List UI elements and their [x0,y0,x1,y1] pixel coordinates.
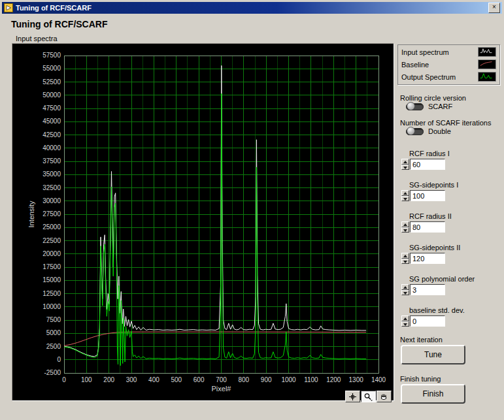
legend-label: Baseline [401,61,429,69]
svg-text:600: 600 [193,376,205,383]
page-heading: Tuning of RCF/SCARF [11,19,108,29]
svg-text:2500: 2500 [46,343,61,350]
svg-text:32500: 32500 [42,184,61,191]
legend-label: Output Spectrum [401,73,456,81]
rolling-circle-value: SCARF [428,103,452,110]
spinner [401,190,409,201]
svg-text:700: 700 [216,376,227,383]
svg-text:37500: 37500 [42,157,61,165]
svg-text:0: 0 [57,356,61,363]
rcf-radius-1-label: RCF radius I [409,150,498,157]
spinner [401,253,409,264]
svg-text:42500: 42500 [42,131,61,138]
svg-text:57500: 57500 [42,52,61,59]
finish-button[interactable]: Finish [401,384,465,404]
baseline-stddev-field[interactable] [410,315,445,327]
svg-text:45000: 45000 [42,118,61,125]
spectra-chart[interactable]: 5750055000525005000047500450004250040000… [12,44,394,400]
crosshair-icon [348,393,358,401]
scarf-iterations-switch[interactable] [406,128,424,135]
svg-text:7500: 7500 [46,316,61,323]
increment-button[interactable] [401,221,409,227]
legend-item-input-spectrum[interactable]: Input spectrum [398,46,499,58]
increment-button[interactable] [401,284,409,290]
app-window: Tuning of RCF/SCARF × Tuning of RCF/SCAR… [0,0,504,420]
decrement-button[interactable] [401,321,409,327]
increment-button[interactable] [401,315,409,321]
svg-text:400: 400 [148,376,160,383]
sg-polynomial-order-label: SG polynomial order [409,275,498,283]
svg-text:47500: 47500 [42,105,61,112]
svg-text:300: 300 [126,376,137,383]
spinner [401,284,409,295]
legend-item-baseline[interactable]: Baseline [398,58,499,71]
switch-knob-icon [407,127,415,135]
sg-sidepoints-1-control: SG-sidepoints I [400,181,498,201]
sg-sidepoints-2-field[interactable] [410,253,445,264]
rcf-radius-2-control: RCF radius II [400,212,498,233]
svg-text:22500: 22500 [42,237,61,244]
svg-text:50000: 50000 [42,91,61,99]
hand-icon [379,393,389,401]
rcf-radius-1-field[interactable] [410,159,445,170]
increment-button[interactable] [401,190,409,196]
svg-text:12500: 12500 [42,290,61,297]
svg-text:17500: 17500 [42,263,61,270]
close-button[interactable]: × [488,3,500,13]
decrement-button[interactable] [401,259,409,265]
output-spectrum-waveform-icon [478,72,496,82]
sg-sidepoints-2-control: SG-sidepoints II [400,244,498,264]
decrement-button[interactable] [401,290,409,296]
decrement-button[interactable] [401,165,409,170]
svg-text:30000: 30000 [42,197,61,204]
zoom-tool-button[interactable] [361,391,376,402]
finish-tuning-label: Finish tuning [400,375,441,383]
baseline-stddev-control: baseline std. dev. [400,306,498,327]
svg-text:5000: 5000 [46,329,61,336]
cursor-tool-button[interactable] [345,391,360,402]
decrement-button[interactable] [401,227,409,233]
svg-text:20000: 20000 [42,250,61,257]
svg-text:800: 800 [239,376,250,383]
sg-sidepoints-1-label: SG-sidepoints I [409,181,498,189]
spinner [401,159,409,170]
rolling-circle-label: Rolling circle version [400,94,466,102]
pan-tool-button[interactable] [377,391,392,402]
increment-button[interactable] [401,159,409,165]
window-title: Tuning of RCF/SCARF [16,4,488,12]
legend-label: Input spectrum [401,48,449,56]
svg-text:900: 900 [261,376,272,383]
svg-text:15000: 15000 [42,276,61,283]
decrement-button[interactable] [401,196,409,202]
rolling-circle-switch[interactable] [406,103,424,110]
sg-sidepoints-1-field[interactable] [410,190,445,201]
svg-text:-2500: -2500 [44,369,61,376]
rcf-radius-1-control: RCF radius I [400,150,498,170]
sg-polynomial-order-field[interactable] [410,284,445,295]
svg-text:100: 100 [81,376,92,383]
svg-text:40000: 40000 [42,144,61,152]
baseline-waveform-icon [478,59,496,69]
magnifier-icon [363,393,373,401]
svg-text:35000: 35000 [42,170,61,178]
svg-text:1200: 1200 [326,376,341,383]
chart-frame: 5750055000525005000047500450004250040000… [12,43,394,401]
plot-legend: Input spectrum Baseline Output Spectrum [397,44,500,85]
titlebar: Tuning of RCF/SCARF × [2,2,502,14]
svg-text:25000: 25000 [42,223,61,231]
rcf-radius-2-field[interactable] [410,221,445,233]
spinner [401,221,409,233]
next-iteration-label: Next iteration [400,336,443,344]
sg-polynomial-order-control: SG polynomial order [400,275,498,295]
legend-item-output-spectrum[interactable]: Output Spectrum [398,71,499,83]
input-spectrum-waveform-icon [478,47,496,57]
scarf-iterations-value: Double [428,127,451,135]
tune-button[interactable]: Tune [401,345,465,364]
svg-text:200: 200 [103,376,114,383]
rolling-circle-row: SCARF [406,103,452,110]
increment-button[interactable] [401,253,409,259]
close-icon: × [492,3,496,10]
svg-text:Pixel#: Pixel# [212,385,232,393]
svg-text:0: 0 [62,376,66,383]
svg-text:Intensity: Intensity [27,201,35,227]
